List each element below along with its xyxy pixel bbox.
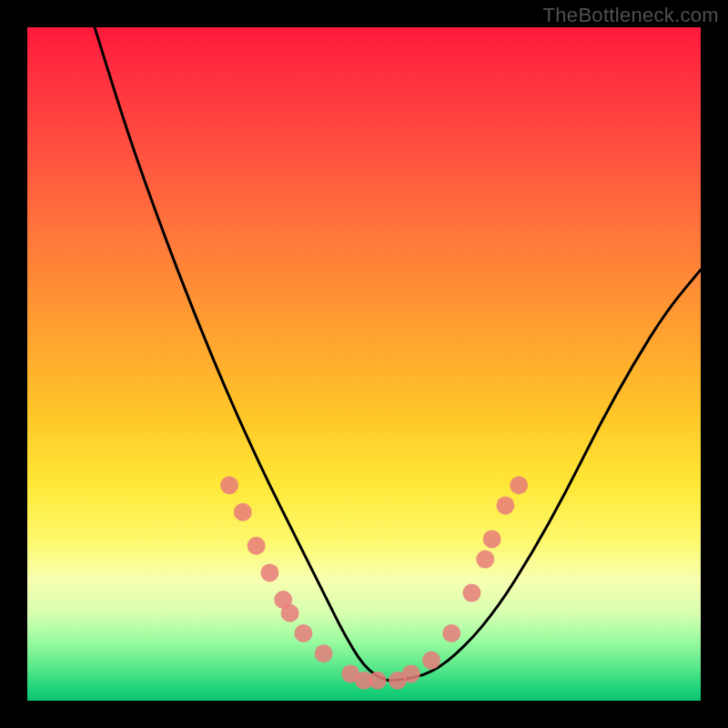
marker-dot <box>402 664 420 682</box>
chart-svg <box>27 27 701 701</box>
curve-line <box>95 27 701 681</box>
marker-dot <box>315 644 333 662</box>
marker-dot <box>234 503 252 521</box>
marker-dot <box>220 476 238 494</box>
marker-dot <box>483 530 501 548</box>
marker-dot <box>496 496 514 514</box>
marker-dot <box>462 584 480 602</box>
marker-dot <box>281 604 299 622</box>
curve-path <box>95 27 701 681</box>
marker-dot <box>369 672 387 690</box>
plot-area <box>27 27 701 701</box>
marker-dot <box>476 551 494 569</box>
watermark-text: TheBottleneck.com <box>543 4 719 27</box>
marker-dot <box>422 652 440 670</box>
marker-dot <box>294 624 312 642</box>
marker-points <box>220 476 528 690</box>
chart-frame: TheBottleneck.com <box>0 0 728 728</box>
marker-dot <box>510 476 528 494</box>
marker-dot <box>442 624 460 642</box>
marker-dot <box>248 537 266 555</box>
marker-dot <box>260 563 278 581</box>
